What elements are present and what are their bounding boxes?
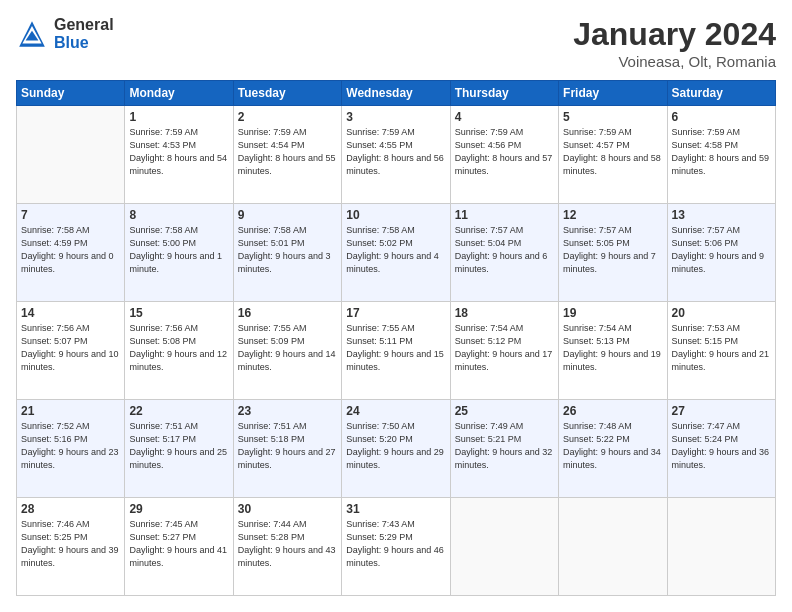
logo-blue-text: Blue [54,34,114,52]
logo-general-text: General [54,16,114,34]
day-number: 8 [129,208,228,222]
day-number: 7 [21,208,120,222]
calendar-cell: 11Sunrise: 7:57 AM Sunset: 5:04 PM Dayli… [450,204,558,302]
calendar-subtitle: Voineasa, Olt, Romania [573,53,776,70]
calendar-week-row: 21Sunrise: 7:52 AM Sunset: 5:16 PM Dayli… [17,400,776,498]
calendar-cell: 23Sunrise: 7:51 AM Sunset: 5:18 PM Dayli… [233,400,341,498]
day-number: 9 [238,208,337,222]
weekday-header: Friday [559,81,667,106]
day-number: 22 [129,404,228,418]
day-info: Sunrise: 7:59 AM Sunset: 4:53 PM Dayligh… [129,126,228,178]
day-info: Sunrise: 7:58 AM Sunset: 5:02 PM Dayligh… [346,224,445,276]
day-info: Sunrise: 7:55 AM Sunset: 5:11 PM Dayligh… [346,322,445,374]
calendar-cell: 26Sunrise: 7:48 AM Sunset: 5:22 PM Dayli… [559,400,667,498]
calendar-cell: 12Sunrise: 7:57 AM Sunset: 5:05 PM Dayli… [559,204,667,302]
day-info: Sunrise: 7:57 AM Sunset: 5:06 PM Dayligh… [672,224,771,276]
title-block: January 2024 Voineasa, Olt, Romania [573,16,776,70]
day-number: 2 [238,110,337,124]
day-number: 31 [346,502,445,516]
calendar-cell: 17Sunrise: 7:55 AM Sunset: 5:11 PM Dayli… [342,302,450,400]
calendar-cell: 10Sunrise: 7:58 AM Sunset: 5:02 PM Dayli… [342,204,450,302]
weekday-header: Sunday [17,81,125,106]
day-number: 4 [455,110,554,124]
day-info: Sunrise: 7:50 AM Sunset: 5:20 PM Dayligh… [346,420,445,472]
calendar-cell [559,498,667,596]
day-info: Sunrise: 7:58 AM Sunset: 5:00 PM Dayligh… [129,224,228,276]
day-number: 19 [563,306,662,320]
day-info: Sunrise: 7:49 AM Sunset: 5:21 PM Dayligh… [455,420,554,472]
calendar-cell: 21Sunrise: 7:52 AM Sunset: 5:16 PM Dayli… [17,400,125,498]
day-number: 16 [238,306,337,320]
calendar-title: January 2024 [573,16,776,53]
day-number: 6 [672,110,771,124]
day-info: Sunrise: 7:48 AM Sunset: 5:22 PM Dayligh… [563,420,662,472]
calendar-cell: 1Sunrise: 7:59 AM Sunset: 4:53 PM Daylig… [125,106,233,204]
calendar-cell: 2Sunrise: 7:59 AM Sunset: 4:54 PM Daylig… [233,106,341,204]
day-number: 27 [672,404,771,418]
logo-text: General Blue [54,16,114,51]
day-info: Sunrise: 7:43 AM Sunset: 5:29 PM Dayligh… [346,518,445,570]
day-number: 11 [455,208,554,222]
day-number: 24 [346,404,445,418]
day-number: 12 [563,208,662,222]
day-number: 3 [346,110,445,124]
day-info: Sunrise: 7:58 AM Sunset: 4:59 PM Dayligh… [21,224,120,276]
day-info: Sunrise: 7:54 AM Sunset: 5:13 PM Dayligh… [563,322,662,374]
weekday-header: Thursday [450,81,558,106]
calendar-cell: 27Sunrise: 7:47 AM Sunset: 5:24 PM Dayli… [667,400,775,498]
calendar-cell: 8Sunrise: 7:58 AM Sunset: 5:00 PM Daylig… [125,204,233,302]
weekday-header: Saturday [667,81,775,106]
day-number: 17 [346,306,445,320]
day-number: 20 [672,306,771,320]
calendar-week-row: 1Sunrise: 7:59 AM Sunset: 4:53 PM Daylig… [17,106,776,204]
day-info: Sunrise: 7:44 AM Sunset: 5:28 PM Dayligh… [238,518,337,570]
page: General Blue January 2024 Voineasa, Olt,… [0,0,792,612]
calendar-cell [17,106,125,204]
day-info: Sunrise: 7:57 AM Sunset: 5:04 PM Dayligh… [455,224,554,276]
day-info: Sunrise: 7:57 AM Sunset: 5:05 PM Dayligh… [563,224,662,276]
weekday-header: Wednesday [342,81,450,106]
day-info: Sunrise: 7:54 AM Sunset: 5:12 PM Dayligh… [455,322,554,374]
calendar-cell: 30Sunrise: 7:44 AM Sunset: 5:28 PM Dayli… [233,498,341,596]
day-info: Sunrise: 7:55 AM Sunset: 5:09 PM Dayligh… [238,322,337,374]
day-number: 26 [563,404,662,418]
day-number: 23 [238,404,337,418]
day-info: Sunrise: 7:59 AM Sunset: 4:55 PM Dayligh… [346,126,445,178]
calendar-cell: 4Sunrise: 7:59 AM Sunset: 4:56 PM Daylig… [450,106,558,204]
logo: General Blue [16,16,114,51]
logo-icon [16,18,48,50]
day-number: 5 [563,110,662,124]
calendar-cell: 5Sunrise: 7:59 AM Sunset: 4:57 PM Daylig… [559,106,667,204]
day-number: 1 [129,110,228,124]
day-info: Sunrise: 7:59 AM Sunset: 4:57 PM Dayligh… [563,126,662,178]
calendar-header-row: SundayMondayTuesdayWednesdayThursdayFrid… [17,81,776,106]
day-info: Sunrise: 7:59 AM Sunset: 4:56 PM Dayligh… [455,126,554,178]
day-info: Sunrise: 7:52 AM Sunset: 5:16 PM Dayligh… [21,420,120,472]
day-number: 25 [455,404,554,418]
day-number: 13 [672,208,771,222]
day-info: Sunrise: 7:56 AM Sunset: 5:08 PM Dayligh… [129,322,228,374]
calendar-cell [667,498,775,596]
calendar-cell [450,498,558,596]
calendar-week-row: 14Sunrise: 7:56 AM Sunset: 5:07 PM Dayli… [17,302,776,400]
calendar-cell: 20Sunrise: 7:53 AM Sunset: 5:15 PM Dayli… [667,302,775,400]
day-info: Sunrise: 7:51 AM Sunset: 5:18 PM Dayligh… [238,420,337,472]
header: General Blue January 2024 Voineasa, Olt,… [16,16,776,70]
calendar-cell: 31Sunrise: 7:43 AM Sunset: 5:29 PM Dayli… [342,498,450,596]
day-info: Sunrise: 7:53 AM Sunset: 5:15 PM Dayligh… [672,322,771,374]
calendar-cell: 14Sunrise: 7:56 AM Sunset: 5:07 PM Dayli… [17,302,125,400]
day-number: 29 [129,502,228,516]
calendar-cell: 19Sunrise: 7:54 AM Sunset: 5:13 PM Dayli… [559,302,667,400]
day-info: Sunrise: 7:47 AM Sunset: 5:24 PM Dayligh… [672,420,771,472]
day-info: Sunrise: 7:58 AM Sunset: 5:01 PM Dayligh… [238,224,337,276]
calendar-table: SundayMondayTuesdayWednesdayThursdayFrid… [16,80,776,596]
calendar-cell: 28Sunrise: 7:46 AM Sunset: 5:25 PM Dayli… [17,498,125,596]
calendar-cell: 6Sunrise: 7:59 AM Sunset: 4:58 PM Daylig… [667,106,775,204]
calendar-week-row: 28Sunrise: 7:46 AM Sunset: 5:25 PM Dayli… [17,498,776,596]
day-number: 30 [238,502,337,516]
calendar-cell: 15Sunrise: 7:56 AM Sunset: 5:08 PM Dayli… [125,302,233,400]
day-number: 15 [129,306,228,320]
calendar-cell: 29Sunrise: 7:45 AM Sunset: 5:27 PM Dayli… [125,498,233,596]
day-info: Sunrise: 7:56 AM Sunset: 5:07 PM Dayligh… [21,322,120,374]
day-info: Sunrise: 7:45 AM Sunset: 5:27 PM Dayligh… [129,518,228,570]
